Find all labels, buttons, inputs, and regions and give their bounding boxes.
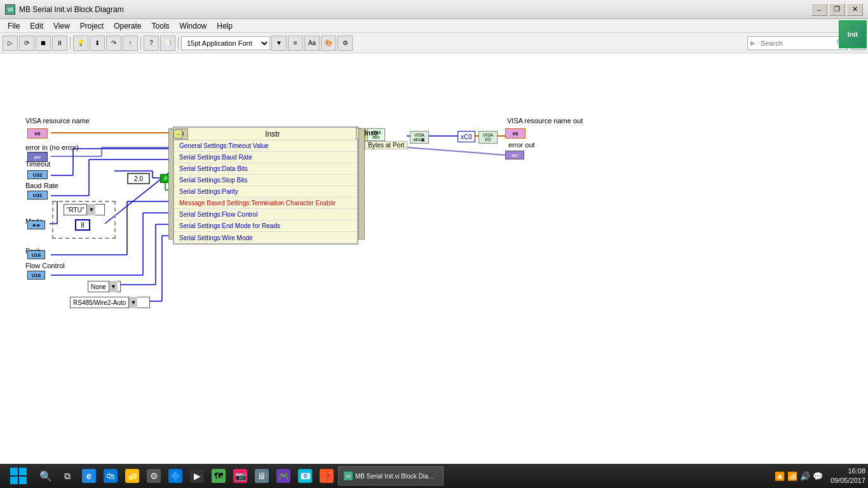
close-button[interactable]: ✕ [846,3,863,16]
app11-icon: 🎮 [276,469,290,483]
menu-file[interactable]: File [3,20,25,32]
step-into-btn[interactable]: ⬇ [90,36,105,51]
visa-resource-terminal[interactable]: I/0 [27,128,48,139]
error-out-terminal-inner: err [512,153,517,158]
menu-edit[interactable]: Edit [25,20,48,32]
toolbar-sep-3 [178,37,179,50]
settings-button[interactable]: ⚙ [144,466,164,486]
error-out-terminal[interactable]: err [505,151,524,159]
instr-row-5: Message Based Settings:Termination Chara… [174,198,357,209]
minimize-button[interactable]: – [811,3,827,16]
timeout-terminal-label: U32 [33,172,43,178]
taskbar-search-button[interactable]: 🔍 [36,466,56,486]
numeric-8-ctrl[interactable]: 8 [75,219,90,231]
none-dropdown[interactable]: None ▼ [88,281,121,292]
app13-button[interactable]: 📌 [316,466,337,486]
context-help-btn[interactable]: ? [144,36,159,51]
store-button[interactable]: 🛍 [100,466,121,486]
app7-icon: ▶ [190,469,204,483]
mode-terminal-label: ◄► [31,222,41,228]
volume-icon[interactable]: 🔊 [800,471,810,481]
taskbar: 🔍 ⧉ e 🛍 📁 ⚙ 🔷 ▶ 🗺 📷 🖥 🎮 📧 📌 [0,464,868,488]
search-arrow: ▶ [748,39,758,46]
instr-row-6: Serial Settings:Flow Control [174,209,357,220]
init-button[interactable]: Init [839,20,867,48]
none-dropdown-arrow[interactable]: ▼ [109,281,118,292]
app12-button[interactable]: 📧 [295,466,315,486]
instr-conn-1: → [173,130,182,139]
start-button[interactable] [3,466,34,486]
taskbar-clock[interactable]: 16:08 09/05/2017 [831,466,865,486]
instr-row-8: Serial Settings:Wire Mode [174,232,357,243]
mode-terminal[interactable]: ◄► [27,220,45,229]
prop-node-right [358,128,365,240]
timeout-terminal[interactable]: U32 [27,170,48,179]
taskbar-right: 🔼 📶 🔊 💬 16:08 09/05/2017 [771,466,865,486]
active-window-icon: VI [344,471,353,480]
baud-rate-terminal[interactable]: U32 [27,191,48,200]
flow-control-terminal-label: U16 [32,273,41,278]
font-size-down-btn[interactable]: ▼ [271,36,287,51]
app9-icon: 📷 [233,469,247,483]
toolbar: ▷ ⟳ ⏹ ⏸ 💡 ⬇ ↷ ↑ ? 📑 15pt Application Fon… [0,33,868,53]
font-align-btn[interactable]: ≡ [288,36,303,51]
parity-terminal[interactable]: U16 [27,250,45,259]
edge-button[interactable]: e [79,466,99,486]
run-arrow-btn[interactable]: ▷ [3,36,18,51]
run-cont-btn[interactable]: ⟳ [19,36,34,51]
menu-tools[interactable]: Tools [147,20,175,32]
pause-btn[interactable]: ⏸ [52,36,67,51]
settings-icon: ⚙ [147,469,161,483]
rtu-dropdown[interactable]: "RTU" ▼ [64,204,105,215]
svg-rect-38 [10,477,18,484]
notification-icon[interactable]: 💬 [813,471,823,481]
rs485-dropdown[interactable]: RS485/Wire2-Auto ▼ [70,297,150,308]
active-window-button[interactable]: VI MB Serial Init.vi Block Diagram [338,466,444,485]
app7-button[interactable]: ▶ [187,466,207,486]
bool-f-label: F [164,175,168,182]
search-box: ▶ 🔍 [747,36,848,50]
font-style-btn[interactable]: Aa [304,36,320,51]
search-input[interactable] [758,37,834,50]
app8-button[interactable]: 🗺 [208,466,229,486]
menu-view[interactable]: View [48,20,75,32]
numeric-8-value: 8 [81,222,85,229]
windows-logo-icon [9,466,28,485]
color-btn[interactable]: 🎨 [321,36,336,51]
rs485-dropdown-arrow[interactable]: ▼ [128,297,137,308]
app6-button[interactable]: 🔷 [165,466,186,486]
instr-row-7: Serial Settings:End Mode for Reads [174,220,357,232]
abort-btn[interactable]: ⏹ [36,36,51,51]
step-over-btn[interactable]: ↷ [106,36,121,51]
numeric-20-ctrl[interactable]: 2.0 [127,173,150,184]
app11-button[interactable]: 🎮 [273,466,294,486]
restore-button[interactable]: ❐ [829,3,845,16]
task-view-button[interactable]: ⧉ [57,466,78,486]
parity-terminal-label: U16 [32,252,41,258]
explorer-button[interactable]: 📁 [122,466,142,486]
app10-button[interactable]: 🖥 [252,466,272,486]
bookmark-btn[interactable]: 📑 [160,36,175,51]
explorer-icon: 📁 [125,469,139,483]
app13-icon: 📌 [320,469,334,483]
extra-btn[interactable]: ⚙ [337,36,353,51]
instr-right-label: Instr [365,130,379,137]
rtu-dropdown-arrow[interactable]: ▼ [86,204,95,215]
menu-window[interactable]: Window [175,20,212,32]
instr-row-1: Serial Settings:Baud Rate [174,152,357,163]
font-select[interactable]: 15pt Application Font [181,36,270,50]
network-icon[interactable]: 📶 [787,471,797,481]
title-bar-controls: – ❐ ✕ [811,3,863,16]
highlight-btn[interactable]: 💡 [73,36,88,51]
app9-button[interactable]: 📷 [230,466,250,486]
edge-icon: e [82,469,96,483]
menu-help[interactable]: Help [212,20,238,32]
up-arrow-icon[interactable]: 🔼 [775,471,785,481]
menu-project[interactable]: Project [75,20,109,32]
flow-control-terminal[interactable]: U16 [27,271,45,280]
step-out-btn[interactable]: ↑ [123,36,138,51]
visa-resource-out-label: VISA resource name out [507,117,583,125]
menu-operate[interactable]: Operate [109,20,146,32]
visa-resource-out-terminal[interactable]: I/0 [505,128,526,139]
taskbar-search-icon: 🔍 [39,469,53,483]
